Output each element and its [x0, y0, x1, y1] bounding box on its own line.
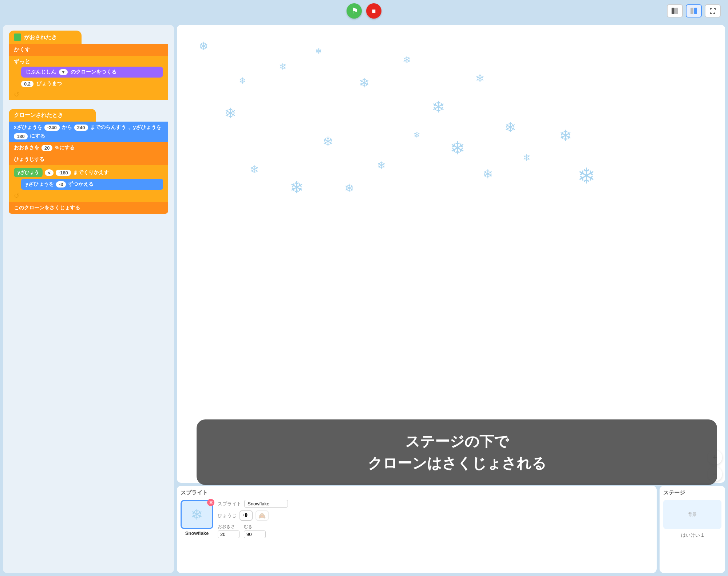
block-clone-label: じぶんじしん	[25, 69, 56, 75]
hide-button[interactable]: 🙈	[256, 510, 269, 521]
snowflake-15: ❄	[323, 134, 333, 149]
snowflake-14: ❄	[577, 163, 596, 189]
block-group-2: クローンされたとき xざひょうを -240 から 240 までのらんすう 、yざ…	[9, 109, 168, 214]
direction-input[interactable]	[244, 530, 266, 538]
direction-label: むき	[244, 524, 266, 530]
snowflake-18: ❄	[250, 163, 259, 176]
bottom-section: スプライト ❄ ✕ Snowflake スプライト	[177, 486, 725, 573]
hat-block-1-label: がおされたき	[24, 34, 57, 41]
sprite-name-label: Snowflake	[185, 530, 209, 536]
main-layout: がおされたき かくす ずっと じぶんじしん ▼ のクローンをつくる 0.2	[0, 22, 728, 576]
block-wait-label: びょうまつ	[36, 80, 62, 87]
sprite-label: スプライト	[218, 501, 241, 507]
size-input[interactable]	[218, 530, 240, 538]
block-clone-suffix: のクローンをつくる	[71, 69, 116, 75]
hat-block-2-label: クローンされたとき	[14, 112, 63, 119]
tooltip-overlay: ステージの下で クローンはさくじょされる	[197, 419, 717, 485]
block-hide-label: かくす	[14, 46, 30, 53]
view-controls	[667, 4, 721, 17]
split-view-button[interactable]	[667, 4, 683, 17]
block-show-label: ひょうじする	[14, 156, 44, 163]
snowflake-10: ❄	[450, 138, 465, 159]
size-label: おおきさ	[218, 524, 240, 530]
svg-rect-3	[694, 8, 697, 14]
snowflake-12: ❄	[523, 152, 531, 163]
sprite-name-input[interactable]	[244, 500, 288, 508]
stage-panel-header: ステージ	[663, 489, 721, 496]
snowflake-9: ❄	[505, 119, 516, 135]
snowflake-19: ❄	[290, 178, 304, 197]
block-forever-label: ずっと	[14, 58, 30, 65]
snowflake-1: ❄	[199, 39, 209, 53]
snowflake-3: ❄	[224, 105, 237, 122]
snowflake-6: ❄	[403, 54, 411, 66]
svg-rect-1	[675, 8, 678, 14]
tooltip-line1: ステージの下で	[211, 430, 703, 452]
backdrop-label: はいけい 1	[663, 532, 721, 538]
svg-rect-0	[672, 8, 674, 14]
code-panel: がおされたき かくす ずっと じぶんじしん ▼ のクローンをつくる 0.2	[3, 25, 174, 573]
stage-view-button[interactable]	[686, 4, 702, 17]
snowflake-11: ❄	[483, 167, 493, 181]
snowflake-4: ❄	[315, 47, 322, 56]
snowflake-21: ❄	[239, 76, 246, 86]
snowflake-2: ❄	[279, 61, 287, 72]
stage-canvas: ❄ ❄ ❄ ❄ ❄ ❄ ❄ ❄ ❄ ❄ ❄ ❄ ❄ ❄ ❄ ❄ ❄ ❄ ❄ ❄ …	[177, 25, 725, 483]
svg-rect-2	[691, 8, 693, 14]
block-group-1: がおされたき かくす ずっと じぶんじしん ▼ のクローンをつくる 0.2	[9, 31, 168, 100]
sprite-panel-header: スプライト	[181, 489, 653, 496]
snowflake-5: ❄	[359, 76, 369, 90]
stage-panel: ステージ 背景 はいけい 1	[660, 486, 725, 573]
fullscreen-button[interactable]	[705, 4, 721, 17]
snowflake-17: ❄	[414, 130, 420, 140]
delete-sprite-badge[interactable]: ✕	[207, 499, 214, 506]
snowflake-sprite-thumbnail[interactable]: ❄ ✕	[181, 500, 213, 529]
stop-button[interactable]	[366, 3, 381, 19]
stage-area: ❄ ❄ ❄ ❄ ❄ ❄ ❄ ❄ ❄ ❄ ❄ ❄ ❄ ❄ ❄ ❄ ❄ ❄ ❄ ❄ …	[177, 25, 725, 573]
snowflake-8: ❄	[475, 72, 484, 85]
controls-center	[347, 3, 381, 19]
top-bar	[0, 0, 728, 22]
show-hide-label: ひょうじ	[218, 512, 237, 519]
show-button[interactable]: 👁	[240, 510, 253, 521]
snowflake-13: ❄	[559, 127, 572, 145]
block-delete-clone-label: このクローンをさくじょする	[14, 205, 80, 211]
stage-backdrop-thumb: 背景	[663, 500, 721, 529]
green-flag-button[interactable]	[347, 3, 362, 19]
tooltip-line2: クローンはさくじょされる	[211, 452, 703, 474]
snowflake-20: ❄	[344, 181, 354, 195]
snowflake-7: ❄	[432, 98, 445, 116]
sprite-panel: スプライト ❄ ✕ Snowflake スプライト	[177, 486, 657, 573]
snowflake-16: ❄	[377, 159, 385, 171]
